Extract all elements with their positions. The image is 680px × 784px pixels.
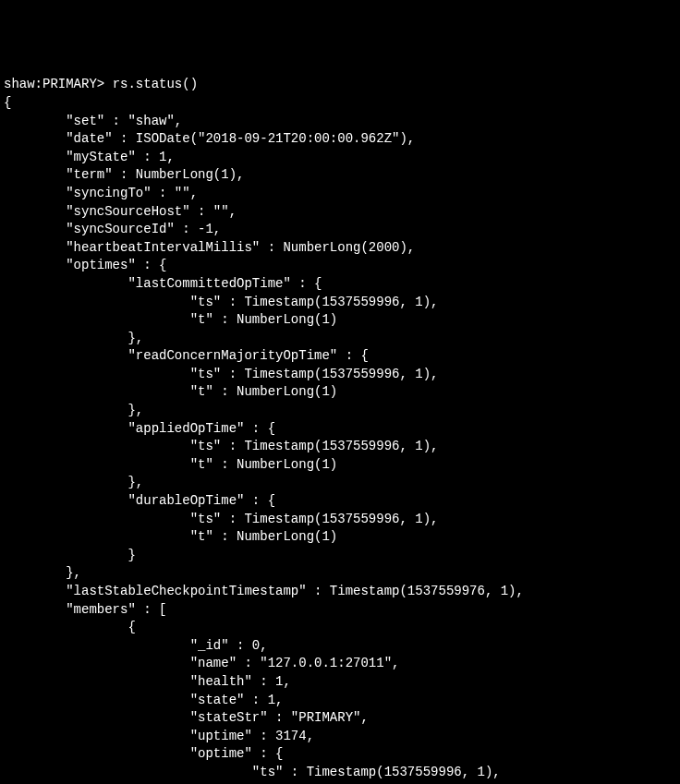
output-line: "t" : NumberLong(1) [4,457,337,472]
output-line: }, [4,403,143,417]
output-line: "t" : NumberLong(1) [4,529,337,544]
output-line: "_id" : 0, [4,638,268,653]
output-line: "name" : "127.0.0.1:27011", [4,656,399,670]
output-line: "syncingTo" : "", [4,186,198,200]
output-line: "ts" : Timestamp(1537559996, 1), [4,765,501,779]
output-line: "readConcernMajorityOpTime" : { [4,348,369,363]
output-line: "ts" : Timestamp(1537559996, 1), [4,295,438,309]
output-line: }, [4,475,143,489]
output-line: "myState" : 1, [4,150,175,164]
output-line: "syncSourceId" : -1, [4,222,221,236]
output-line: }, [4,565,81,580]
output-line: "durableOpTime" : { [4,493,275,508]
output-line: "ts" : Timestamp(1537559996, 1), [4,439,438,453]
output-line: "appliedOpTime" : { [4,421,275,436]
output-line: }, [4,331,143,345]
output-line: "members" : [ [4,602,166,617]
output-line: "optime" : { [4,746,283,761]
output-line: "syncSourceHost" : "", [4,204,237,219]
output-line: "uptime" : 3174, [4,729,314,743]
output-line: "term" : NumberLong(1), [4,167,244,182]
output-line: "optimes" : { [4,258,166,272]
output-line: "set" : "shaw", [4,114,182,128]
output-line: "lastCommittedOpTime" : { [4,276,322,291]
output-line: "t" : NumberLong(1) [4,384,337,399]
output-line: "ts" : Timestamp(1537559996, 1), [4,367,438,381]
output-line: "ts" : Timestamp(1537559996, 1), [4,512,438,526]
output-line: } [4,548,136,562]
terminal-output: shaw:PRIMARY> rs.status() { "set" : "sha… [4,76,676,784]
output-line: "health" : 1, [4,674,291,689]
output-line: { [4,620,136,634]
command-input[interactable]: rs.status() [113,77,198,91]
output-line: "heartbeatIntervalMillis" : NumberLong(2… [4,240,415,255]
output-line: "state" : 1, [4,693,283,707]
output-line: "t" : NumberLong(1) [4,312,337,327]
output-line: "lastStableCheckpointTimestamp" : Timest… [4,584,524,598]
shell-prompt: shaw:PRIMARY> [4,77,113,91]
output-line: { [4,95,11,110]
output-line: "date" : ISODate("2018-09-21T20:00:00.96… [4,131,415,146]
output-line: "stateStr" : "PRIMARY", [4,710,369,725]
